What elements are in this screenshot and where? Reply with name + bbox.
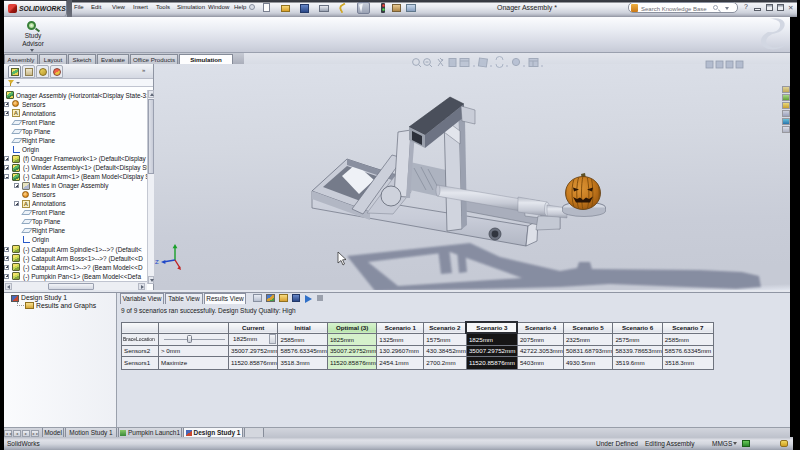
- svg-text:Z: Z: [155, 259, 159, 265]
